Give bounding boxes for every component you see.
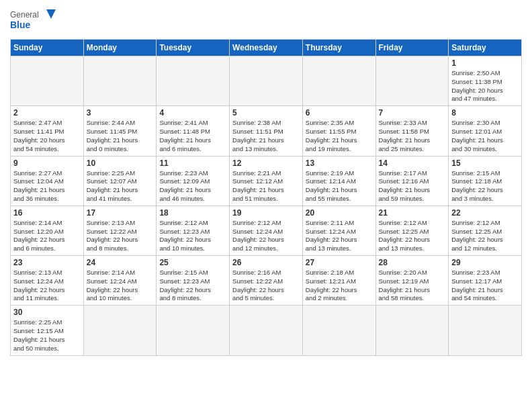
calendar-cell: 6Sunrise: 2:35 AM Sunset: 11:55 PM Dayli… [302,106,375,156]
day-number: 25 [159,258,226,267]
day-number: 22 [451,208,519,218]
day-number: 20 [306,208,373,218]
day-number: 19 [232,208,300,218]
day-info: Sunrise: 2:23 AM Sunset: 12:17 AM Daylig… [451,269,519,303]
calendar-cell: 2Sunrise: 2:47 AM Sunset: 11:41 PM Dayli… [11,106,84,156]
day-number: 21 [379,208,446,218]
day-number: 18 [159,208,226,218]
calendar-cell [230,56,303,106]
column-header-saturday: Saturday [449,40,522,56]
calendar-cell [230,306,303,355]
day-info: Sunrise: 2:14 AM Sunset: 12:24 AM Daylig… [87,269,154,303]
calendar-cell [375,306,449,355]
calendar-cell: 22Sunrise: 2:12 AM Sunset: 12:25 AM Dayl… [449,205,522,255]
day-info: Sunrise: 2:25 AM Sunset: 12:15 AM Daylig… [13,318,81,353]
day-info: Sunrise: 2:30 AM Sunset: 12:01 AM Daylig… [451,119,519,153]
day-number: 3 [87,108,154,118]
column-header-tuesday: Tuesday [157,40,230,56]
logo: General Blue [10,7,57,35]
day-info: Sunrise: 2:27 AM Sunset: 12:04 AM Daylig… [13,169,81,203]
day-number: 12 [232,158,300,168]
calendar-cell: 12Sunrise: 2:21 AM Sunset: 12:12 AM Dayl… [230,156,303,205]
day-info: Sunrise: 2:23 AM Sunset: 12:09 AM Daylig… [159,169,226,203]
calendar-cell: 17Sunrise: 2:13 AM Sunset: 12:22 AM Dayl… [83,205,157,255]
calendar-cell: 29Sunrise: 2:23 AM Sunset: 12:17 AM Dayl… [449,256,522,306]
calendar-cell: 30Sunrise: 2:25 AM Sunset: 12:15 AM Dayl… [11,306,84,355]
column-header-sunday: Sunday [11,40,84,56]
calendar-cell [83,306,157,355]
calendar-week-row: 2Sunrise: 2:47 AM Sunset: 11:41 PM Dayli… [11,106,522,156]
calendar-cell: 27Sunrise: 2:18 AM Sunset: 12:21 AM Dayl… [302,256,375,306]
calendar-week-row: 23Sunrise: 2:13 AM Sunset: 12:24 AM Dayl… [11,256,522,306]
calendar-cell: 20Sunrise: 2:11 AM Sunset: 12:24 AM Dayl… [302,205,375,255]
day-number: 29 [451,258,519,267]
svg-marker-2 [46,9,56,19]
day-number: 27 [306,258,373,267]
day-info: Sunrise: 2:35 AM Sunset: 11:55 PM Daylig… [306,119,373,153]
generalblue-logo: General Blue [10,7,57,35]
calendar-cell: 7Sunrise: 2:33 AM Sunset: 11:58 PM Dayli… [375,106,449,156]
column-header-thursday: Thursday [302,40,375,56]
day-info: Sunrise: 2:13 AM Sunset: 12:22 AM Daylig… [87,219,154,253]
day-info: Sunrise: 2:11 AM Sunset: 12:24 AM Daylig… [306,219,373,253]
day-info: Sunrise: 2:21 AM Sunset: 12:12 AM Daylig… [232,169,300,203]
day-info: Sunrise: 2:17 AM Sunset: 12:16 AM Daylig… [379,169,446,203]
day-number: 23 [13,258,81,267]
day-number: 14 [379,158,446,168]
day-number: 2 [13,108,81,118]
calendar-cell: 19Sunrise: 2:12 AM Sunset: 12:24 AM Dayl… [230,205,303,255]
day-info: Sunrise: 2:13 AM Sunset: 12:24 AM Daylig… [13,269,81,303]
day-info: Sunrise: 2:12 AM Sunset: 12:25 AM Daylig… [379,219,446,253]
calendar-cell: 25Sunrise: 2:15 AM Sunset: 12:23 AM Dayl… [157,256,230,306]
calendar-cell: 10Sunrise: 2:25 AM Sunset: 12:07 AM Dayl… [83,156,157,205]
day-number: 10 [87,158,154,168]
calendar-cell: 23Sunrise: 2:13 AM Sunset: 12:24 AM Dayl… [11,256,84,306]
day-number: 26 [232,258,300,267]
day-info: Sunrise: 2:20 AM Sunset: 12:19 AM Daylig… [379,269,446,303]
calendar-cell: 4Sunrise: 2:41 AM Sunset: 11:48 PM Dayli… [157,106,230,156]
page-header: General Blue [10,7,522,35]
calendar-cell: 1Sunrise: 2:50 AM Sunset: 11:38 PM Dayli… [449,56,522,106]
day-number: 6 [306,108,373,118]
calendar-cell [11,56,84,106]
calendar-cell: 8Sunrise: 2:30 AM Sunset: 12:01 AM Dayli… [449,106,522,156]
day-info: Sunrise: 2:19 AM Sunset: 12:14 AM Daylig… [306,169,373,203]
svg-text:General: General [10,10,39,19]
calendar-week-row: 9Sunrise: 2:27 AM Sunset: 12:04 AM Dayli… [11,156,522,205]
day-info: Sunrise: 2:38 AM Sunset: 11:51 PM Daylig… [232,119,300,153]
column-header-friday: Friday [375,40,449,56]
day-info: Sunrise: 2:47 AM Sunset: 11:41 PM Daylig… [13,119,81,153]
day-number: 7 [379,108,446,118]
day-info: Sunrise: 2:33 AM Sunset: 11:58 PM Daylig… [379,119,446,153]
day-number: 5 [232,108,300,118]
day-number: 16 [13,208,81,218]
day-number: 17 [87,208,154,218]
calendar-cell [302,306,375,355]
day-number: 30 [13,308,81,317]
day-number: 11 [159,158,226,168]
calendar-cell: 18Sunrise: 2:12 AM Sunset: 12:23 AM Dayl… [157,205,230,255]
day-info: Sunrise: 2:14 AM Sunset: 12:20 AM Daylig… [13,219,81,253]
calendar-cell: 14Sunrise: 2:17 AM Sunset: 12:16 AM Dayl… [375,156,449,205]
calendar-cell [157,56,230,106]
calendar-cell [449,306,522,355]
day-info: Sunrise: 2:15 AM Sunset: 12:18 AM Daylig… [451,169,519,203]
calendar-week-row: 30Sunrise: 2:25 AM Sunset: 12:15 AM Dayl… [11,306,522,355]
column-header-wednesday: Wednesday [230,40,303,56]
day-info: Sunrise: 2:50 AM Sunset: 11:38 PM Daylig… [451,69,519,103]
day-number: 24 [87,258,154,267]
calendar-cell: 28Sunrise: 2:20 AM Sunset: 12:19 AM Dayl… [375,256,449,306]
day-info: Sunrise: 2:16 AM Sunset: 12:22 AM Daylig… [232,269,300,303]
svg-text:Blue: Blue [10,19,31,30]
day-info: Sunrise: 2:44 AM Sunset: 11:45 PM Daylig… [87,119,154,153]
calendar-cell: 15Sunrise: 2:15 AM Sunset: 12:18 AM Dayl… [449,156,522,205]
day-info: Sunrise: 2:25 AM Sunset: 12:07 AM Daylig… [87,169,154,203]
calendar-cell: 21Sunrise: 2:12 AM Sunset: 12:25 AM Dayl… [375,205,449,255]
day-info: Sunrise: 2:12 AM Sunset: 12:24 AM Daylig… [232,219,300,253]
calendar-cell: 24Sunrise: 2:14 AM Sunset: 12:24 AM Dayl… [83,256,157,306]
day-number: 4 [159,108,226,118]
calendar-week-row: 16Sunrise: 2:14 AM Sunset: 12:20 AM Dayl… [11,205,522,255]
day-info: Sunrise: 2:18 AM Sunset: 12:21 AM Daylig… [306,269,373,303]
day-number: 15 [451,158,519,168]
day-info: Sunrise: 2:41 AM Sunset: 11:48 PM Daylig… [159,119,226,153]
